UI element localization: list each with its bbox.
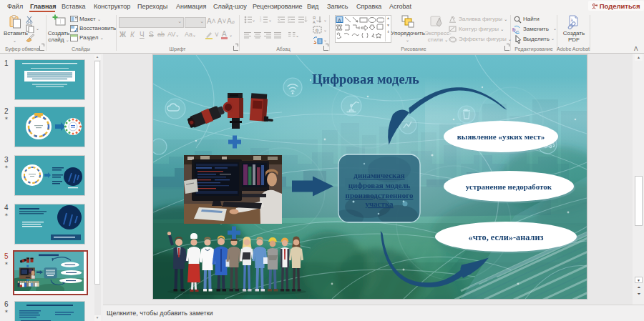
svg-text:выявление «узких мест»: выявление «узких мест» [457, 132, 545, 141]
svg-text:цифровая модель: цифровая модель [348, 181, 411, 189]
svg-text:производственного: производственного [346, 191, 414, 199]
svg-text:устранение недоработок: устранение недоработок [466, 182, 552, 191]
svg-text:A: A [338, 18, 341, 23]
svg-text:ф: ф [316, 28, 319, 32]
svg-text:«что, если»-анализ: «что, если»-анализ [469, 232, 544, 242]
svg-text:участка: участка [365, 199, 394, 208]
svg-text:динамическая: динамическая [353, 171, 404, 179]
svg-text:А: А [313, 20, 316, 24]
svg-text:2: 2 [260, 19, 262, 22]
svg-text:˅: ˅ [215, 31, 219, 39]
svg-text:Цифровая модель: Цифровая модель [312, 72, 419, 87]
